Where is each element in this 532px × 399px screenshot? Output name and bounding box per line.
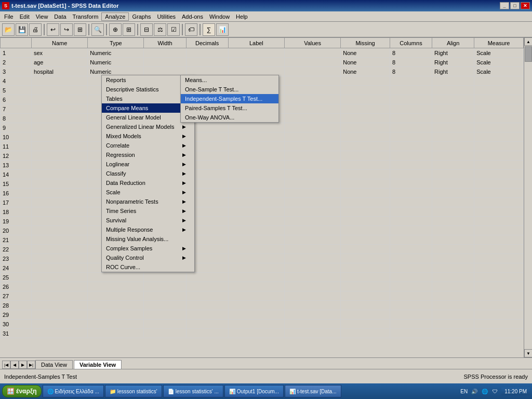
submenu-arrow: ▶: [182, 134, 186, 139]
menu-item-survival[interactable]: Survival ▶: [102, 216, 194, 225]
menu-item-loglinear[interactable]: Loglinear ▶: [102, 159, 194, 169]
save-button[interactable]: 💾: [16, 23, 28, 36]
menu-data[interactable]: Data: [51, 12, 69, 21]
tray-icon-network[interactable]: 🌐: [481, 387, 489, 395]
menu-addons[interactable]: Add-ons: [179, 12, 206, 21]
minimize-button[interactable]: _: [500, 2, 509, 9]
redo-button[interactable]: ↪: [60, 23, 73, 36]
tray-icon-security[interactable]: 🛡: [491, 387, 499, 395]
menu-analyze[interactable]: Analyze: [101, 12, 129, 21]
toolbar-separator-3: [106, 24, 107, 35]
menu-item-correlate[interactable]: Correlate ▶: [102, 141, 194, 150]
submenu-arrow: ▶: [182, 255, 186, 260]
tab-nav-first[interactable]: |◀: [2, 361, 10, 369]
compare-means-submenu: Means... One-Sample T Test... Independen…: [180, 75, 279, 123]
status-left: Independent-Samples T Test: [0, 374, 460, 380]
value-labels-button[interactable]: 🏷: [185, 23, 197, 36]
submenu-item-means[interactable]: Means...: [181, 75, 278, 85]
submenu-arrow: ▶: [182, 218, 186, 223]
submenu-item-independent-t[interactable]: Independent-Samples T Test...: [181, 94, 278, 103]
toolbar-separator-4: [137, 24, 138, 35]
submenu-arrow: ▶: [182, 199, 186, 204]
title-bar: S t-test.sav [DataSet1] - SPSS Data Edit…: [0, 0, 532, 11]
taskbar-icon-2: 📁: [110, 389, 116, 394]
taskbar-item-4[interactable]: 📊 Output1 [Docum...: [224, 385, 284, 397]
menu-file[interactable]: File: [1, 12, 17, 21]
tab-nav-next[interactable]: ▶: [19, 361, 27, 369]
tab-variable-view[interactable]: Variable View: [74, 360, 122, 369]
submenu-arrow: ▶: [182, 208, 186, 214]
toolbar-separator-5: [182, 24, 183, 35]
menu-transform[interactable]: Transform: [70, 12, 102, 21]
menu-item-timeseries[interactable]: Time Series ▶: [102, 206, 194, 216]
maximize-button[interactable]: □: [510, 2, 520, 9]
taskbar-icon-1: 🌐: [47, 389, 54, 394]
submenu-arrow: ▶: [182, 180, 186, 185]
taskbar-icon-4: 📊: [229, 389, 235, 394]
taskbar-item-2[interactable]: 📁 lessson statistics': [105, 385, 162, 397]
select-button[interactable]: ☑: [167, 23, 180, 36]
tab-data-view[interactable]: Data View: [35, 360, 73, 369]
undo-button[interactable]: ↩: [47, 23, 59, 36]
menu-item-roc-curve[interactable]: ROC Curve...: [102, 262, 194, 272]
tray-icon-volume[interactable]: 🔊: [470, 387, 478, 395]
submenu-item-paired-t[interactable]: Paired-Samples T Test...: [181, 103, 278, 113]
tab-nav-prev[interactable]: ◀: [10, 361, 19, 369]
taskbar: 🪟 έναρξη 🌐 Ειδήσεις Ελλάδα ... 📁 lessson…: [0, 383, 532, 399]
menu-item-quality-control[interactable]: Quality Control ▶: [102, 253, 194, 262]
submenu-arrow: ▶: [182, 124, 186, 129]
menu-window[interactable]: Window: [206, 12, 233, 21]
toolbar-separator-1: [44, 24, 45, 35]
menu-item-mixed[interactable]: Mixed Models ▶: [102, 131, 194, 141]
taskbar-tray: EN 🔊 🌐 🛡 11:20 PM: [460, 387, 530, 395]
system-clock: 11:20 PM: [501, 388, 530, 395]
menu-item-multiple-response[interactable]: Multiple Response ▶: [102, 225, 194, 234]
menu-bar: File Edit View Data Transform Analyze Gr…: [0, 11, 532, 22]
goto-button[interactable]: ⊞: [74, 23, 86, 36]
stats-button[interactable]: ∑: [203, 23, 215, 36]
open-button[interactable]: 📂: [2, 23, 15, 36]
submenu-arrow: ▶: [182, 143, 186, 148]
menu-graphs[interactable]: Graphs: [129, 12, 154, 21]
tab-nav-last[interactable]: ▶|: [27, 361, 35, 369]
submenu-arrow: ▶: [182, 152, 186, 157]
start-icon: 🪟: [7, 388, 15, 395]
toolbar-separator-2: [88, 24, 89, 35]
insert-var-button[interactable]: ⊞: [123, 23, 135, 36]
chart-button[interactable]: 📊: [216, 23, 229, 36]
tab-nav-arrows: |◀ ◀ ▶ ▶|: [2, 361, 35, 369]
menu-edit[interactable]: Edit: [17, 12, 33, 21]
find-button[interactable]: 🔍: [91, 23, 104, 36]
submenu-arrow: ▶: [182, 190, 186, 195]
menu-help[interactable]: Help: [233, 12, 251, 21]
insert-case-button[interactable]: ⊕: [109, 23, 122, 36]
menu-item-regression[interactable]: Regression ▶: [102, 150, 194, 159]
taskbar-item-1[interactable]: 🌐 Ειδήσεις Ελλάδα ...: [43, 385, 104, 397]
menu-item-data-reduction[interactable]: Data Reduction ▶: [102, 178, 194, 188]
menu-item-genlinear[interactable]: Generalized Linear Models ▶: [102, 122, 194, 131]
menu-item-complex-samples[interactable]: Complex Samples ▶: [102, 244, 194, 253]
taskbar-item-3[interactable]: 📄 lesson statistics' ...: [163, 385, 223, 397]
start-button[interactable]: 🪟 έναρξη: [2, 385, 42, 397]
submenu-item-oneway-anova[interactable]: One-Way ANOVA...: [181, 113, 278, 122]
print-button[interactable]: 🖨: [29, 23, 42, 36]
menu-view[interactable]: View: [33, 12, 51, 21]
app-icon: S: [2, 2, 9, 9]
status-right: SPSS Processor is ready: [460, 374, 533, 380]
submenu-arrow: ▶: [182, 171, 186, 176]
status-bar: Independent-Samples T Test SPSS Processo…: [0, 369, 532, 383]
menu-item-nonparametric[interactable]: Nonparametric Tests ▶: [102, 197, 194, 206]
close-button[interactable]: ✕: [521, 2, 530, 9]
menu-item-classify[interactable]: Classify ▶: [102, 169, 194, 178]
menu-item-scale[interactable]: Scale ▶: [102, 188, 194, 197]
submenu-arrow: ▶: [182, 246, 186, 251]
menu-item-missing-value[interactable]: Missing Value Analysis...: [102, 234, 194, 244]
submenu-item-one-sample-t[interactable]: One-Sample T Test...: [181, 85, 278, 94]
taskbar-icon-3: 📄: [168, 389, 174, 394]
weight-button[interactable]: ⚖: [154, 23, 166, 36]
toolbar: 📂 💾 🖨 ↩ ↪ ⊞ 🔍 ⊕ ⊞ ⊟ ⚖ ☑ 🏷 ∑ 📊: [0, 22, 532, 37]
split-button[interactable]: ⊟: [140, 23, 153, 36]
submenu-arrow: ▶: [182, 227, 186, 232]
menu-utilities[interactable]: Utilities: [154, 12, 179, 21]
taskbar-item-5[interactable]: 📊 t-test.sav [Data...: [285, 385, 341, 397]
